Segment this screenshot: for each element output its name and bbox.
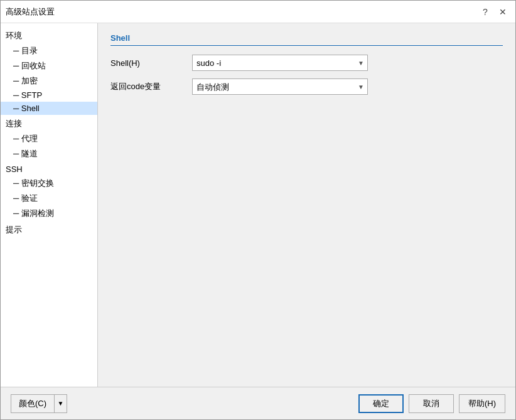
- sidebar-item-vuln[interactable]: ─ 漏洞检测: [1, 206, 97, 221]
- return-code-row: 返回code变量 自动侦测 是 否 ▼: [110, 78, 503, 95]
- sidebar-item-kex[interactable]: ─ 密钥交换: [1, 176, 97, 191]
- shell-label: Shell(H): [110, 58, 192, 68]
- sidebar-item-shell[interactable]: ─ Shell: [1, 102, 97, 115]
- return-code-select-wrapper: 自动侦测 是 否 ▼: [192, 78, 368, 95]
- sidebar-item-auth[interactable]: ─ 验证: [1, 191, 97, 206]
- bottom-right: 确定 取消 帮助(H): [358, 394, 505, 413]
- bottom-left: 颜色(C) ▼: [11, 394, 67, 413]
- left-panel: 环境 ─ 目录 ─ 回收站 ─ 加密 ─ SFTP ─ Shell 连接 ─ 代…: [1, 23, 98, 387]
- color-button[interactable]: 颜色(C): [11, 394, 55, 413]
- close-button[interactable]: ✕: [495, 4, 510, 19]
- shell-select-wrapper: sudo -i bash sh /bin/bash 自动侦测 ▼: [192, 55, 368, 71]
- tree-group-hint[interactable]: 提示: [1, 221, 97, 237]
- sidebar-item-tunnel[interactable]: ─ 隧道: [1, 146, 97, 161]
- cancel-button[interactable]: 取消: [409, 394, 454, 413]
- help-action-button[interactable]: 帮助(H): [459, 394, 505, 413]
- shell-row: Shell(H) sudo -i bash sh /bin/bash 自动侦测 …: [110, 55, 503, 71]
- sidebar-item-recycle[interactable]: ─ 回收站: [1, 58, 97, 73]
- sidebar-item-encrypt[interactable]: ─ 加密: [1, 73, 97, 89]
- return-code-label: 返回code变量: [110, 81, 192, 92]
- right-panel: Shell Shell(H) sudo -i bash sh /bin/bash…: [98, 23, 515, 387]
- bottom-bar: 颜色(C) ▼ 确定 取消 帮助(H): [1, 387, 515, 419]
- shell-select[interactable]: sudo -i bash sh /bin/bash 自动侦测: [192, 55, 368, 71]
- dropdown-arrow-icon: ▼: [58, 400, 64, 407]
- dialog-title: 高级站点设置: [6, 6, 55, 18]
- sidebar-item-proxy[interactable]: ─ 代理: [1, 131, 97, 146]
- title-bar-controls: ? ✕: [478, 4, 510, 19]
- color-dropdown-button[interactable]: ▼: [55, 394, 67, 413]
- ok-button[interactable]: 确定: [358, 394, 404, 413]
- sidebar-item-sftp[interactable]: ─ SFTP: [1, 89, 97, 102]
- main-content: 环境 ─ 目录 ─ 回收站 ─ 加密 ─ SFTP ─ Shell 连接 ─ 代…: [1, 23, 515, 387]
- tree-group-connect: 连接: [1, 115, 97, 131]
- dialog: 高级站点设置 ? ✕ 环境 ─ 目录 ─ 回收站 ─ 加密 ─ SFTP ─ S…: [0, 0, 516, 420]
- help-button[interactable]: ?: [478, 4, 493, 19]
- title-bar: 高级站点设置 ? ✕: [1, 1, 515, 23]
- sidebar-item-directory[interactable]: ─ 目录: [1, 43, 97, 58]
- tree-group-ssh: SSH: [1, 161, 97, 176]
- return-code-select[interactable]: 自动侦测 是 否: [192, 78, 368, 95]
- section-title: Shell: [110, 33, 503, 46]
- tree-group-env: 环境: [1, 27, 97, 43]
